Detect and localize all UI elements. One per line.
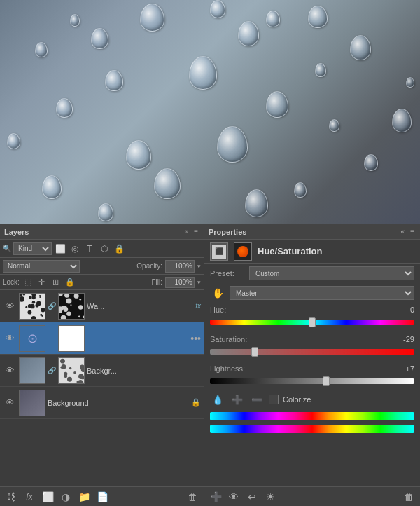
layers-menu-button[interactable]: ≡ bbox=[192, 228, 200, 235]
lock-all-btn[interactable]: 🔒 bbox=[64, 277, 76, 288]
reset-btn[interactable]: ↩ bbox=[245, 490, 259, 504]
add-sample-btn[interactable]: ➕ bbox=[230, 392, 245, 407]
raindrop bbox=[7, 133, 20, 149]
layer-filter-type-btn[interactable]: T bbox=[83, 242, 96, 255]
opacity-input[interactable] bbox=[165, 260, 195, 273]
delete-layer-button[interactable]: 🗑 bbox=[186, 490, 200, 504]
subtract-sample-btn[interactable]: ➖ bbox=[249, 392, 265, 407]
layer-link-icon: 🔗 bbox=[48, 357, 56, 384]
layer-filter-smart-btn[interactable]: 🔒 bbox=[113, 242, 125, 255]
hue-value: 0 bbox=[390, 306, 414, 314]
opacity-arrow: ▾ bbox=[197, 263, 201, 270]
raindrop bbox=[105, 70, 123, 91]
properties-footer: ➕ 👁 ↩ ☀ 🗑 bbox=[204, 486, 420, 506]
channel-select[interactable]: Master bbox=[230, 286, 414, 300]
adjustment-icon-color bbox=[234, 242, 252, 261]
delete-adjustment-btn[interactable]: 🗑 bbox=[402, 490, 416, 504]
opacity-label: Opacity: bbox=[136, 262, 162, 270]
layers-panel-header: Layers « ≡ bbox=[0, 224, 204, 240]
raindrop bbox=[56, 98, 73, 118]
toggle-visibility-btn[interactable]: ☀ bbox=[263, 490, 277, 504]
hand-tool-icon[interactable]: ✋ bbox=[210, 285, 225, 301]
properties-panel-title: Properties bbox=[209, 228, 246, 236]
add-adjustment-button[interactable]: ◑ bbox=[59, 490, 73, 504]
layer-link-icon bbox=[48, 325, 56, 352]
canvas-area bbox=[0, 0, 420, 224]
hue-slider-thumb[interactable] bbox=[309, 317, 316, 327]
saturation-value: -29 bbox=[390, 335, 414, 343]
hue-sat-adjustment-title: Hue/Saturation bbox=[258, 246, 322, 257]
layers-collapse-button[interactable]: « bbox=[183, 228, 190, 235]
add-folder-button[interactable]: 📁 bbox=[77, 490, 91, 504]
layer-effects-button[interactable]: fx bbox=[22, 490, 36, 504]
lightness-value: +7 bbox=[390, 364, 414, 373]
lock-artboard-btn[interactable]: ⊞ bbox=[50, 277, 62, 288]
raindrop bbox=[126, 140, 151, 170]
colorize-checkbox[interactable] bbox=[269, 395, 279, 404]
properties-menu-button[interactable]: ≡ bbox=[409, 228, 416, 235]
lock-pixel-btn[interactable]: ⬚ bbox=[22, 277, 34, 288]
add-mask-button[interactable]: ⬜ bbox=[41, 490, 55, 504]
raindrop bbox=[210, 0, 225, 18]
layer-row[interactable]: 👁 🔗 Wa... fx bbox=[0, 290, 204, 322]
layer-row[interactable]: 👁 Background 🔒 bbox=[0, 387, 204, 419]
lock-label: Lock: bbox=[3, 278, 20, 286]
layer-effects-label: fx bbox=[195, 302, 201, 310]
properties-panel: Properties « ≡ ⬛ Hue/Saturation Preset: … bbox=[204, 224, 420, 506]
hue-sat-title-row: ⬛ Hue/Saturation bbox=[204, 240, 420, 264]
lightness-section: Lightness: +7 bbox=[204, 360, 420, 390]
hue-output-spectrum-bar bbox=[210, 425, 414, 433]
layer-visibility-toggle[interactable]: 👁 bbox=[3, 299, 17, 313]
lightness-slider-container[interactable] bbox=[210, 373, 414, 390]
layer-filter-pixel-btn[interactable]: ⬜ bbox=[54, 242, 66, 255]
new-layer-button[interactable]: 📄 bbox=[95, 490, 109, 504]
preview-btn[interactable]: 👁 bbox=[227, 490, 241, 504]
layer-row[interactable]: 👁 ⊙ ••• bbox=[0, 322, 204, 355]
saturation-label: Saturation: bbox=[210, 335, 259, 343]
raindrop bbox=[364, 154, 378, 171]
fill-input[interactable] bbox=[165, 277, 195, 288]
sample-eyedropper-btn[interactable]: 💧 bbox=[210, 392, 225, 407]
preset-select[interactable]: Custom bbox=[249, 266, 414, 280]
raindrop bbox=[315, 63, 326, 77]
search-kind-select[interactable]: Kind bbox=[13, 242, 52, 255]
layer-visibility-toggle[interactable]: 👁 bbox=[3, 331, 17, 346]
raindrop bbox=[91, 28, 108, 49]
layer-thumbnail bbox=[19, 293, 46, 320]
layer-link-button[interactable]: ⛓ bbox=[4, 490, 18, 504]
hue-slider-container[interactable] bbox=[210, 314, 414, 331]
layer-visibility-toggle[interactable]: 👁 bbox=[3, 396, 17, 410]
hue-label: Hue: bbox=[210, 306, 259, 314]
preset-label: Preset: bbox=[210, 269, 245, 278]
layer-thumbnail: ⊙ bbox=[19, 325, 46, 352]
layer-more-button[interactable]: ••• bbox=[190, 333, 201, 344]
hue-spectrum-bar bbox=[210, 412, 414, 420]
saturation-slider-container[interactable] bbox=[210, 343, 414, 360]
layer-row[interactable]: 👁 🔗 Backgr... bbox=[0, 355, 204, 387]
layer-lock-icon: 🔒 bbox=[191, 398, 201, 407]
colorize-label: Colorize bbox=[283, 395, 311, 404]
properties-collapse-button[interactable]: « bbox=[400, 228, 407, 235]
layer-filter-shape-btn[interactable]: ⬡ bbox=[98, 242, 111, 255]
lock-position-btn[interactable]: ✛ bbox=[36, 277, 48, 288]
lock-bar: Lock: ⬚ ✛ ⊞ 🔒 Fill: ▾ bbox=[0, 275, 204, 290]
colorize-row: 💧 ➕ ➖ Colorize bbox=[204, 390, 420, 409]
lightness-label: Lightness: bbox=[210, 364, 259, 373]
raindrop bbox=[238, 21, 259, 46]
layers-panel: Layers « ≡ 🔍 Kind ⬜ ◎ T ⬡ 🔒 Normal Opaci… bbox=[0, 224, 204, 506]
raindrop bbox=[140, 4, 164, 32]
layer-visibility-toggle[interactable]: 👁 bbox=[3, 364, 17, 378]
preset-row: Preset: Custom bbox=[204, 264, 420, 283]
adjustment-icon-mono: ⬛ bbox=[210, 242, 228, 261]
saturation-slider-thumb[interactable] bbox=[251, 347, 258, 357]
hue-sat-color-icon bbox=[237, 246, 248, 257]
layers-search-toolbar: 🔍 Kind ⬜ ◎ T ⬡ 🔒 bbox=[0, 240, 204, 258]
fill-label: Fill: bbox=[151, 278, 162, 286]
layer-mask-thumbnail bbox=[58, 357, 85, 384]
add-adjustment-footer-btn[interactable]: ➕ bbox=[209, 490, 223, 504]
raindrop bbox=[98, 203, 113, 221]
lightness-slider-thumb[interactable] bbox=[323, 376, 330, 386]
layer-filter-adjust-btn[interactable]: ◎ bbox=[69, 242, 81, 255]
lightness-slider-track bbox=[210, 378, 414, 384]
blend-mode-select[interactable]: Normal bbox=[3, 260, 80, 273]
